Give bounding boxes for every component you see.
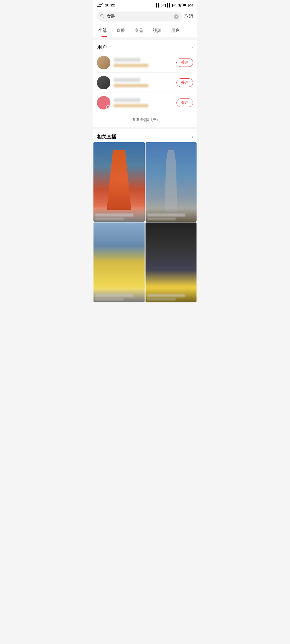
signal2-icon: ▌▌ bbox=[167, 3, 171, 7]
user-name-blur bbox=[114, 78, 140, 82]
hd-badge: HD bbox=[161, 4, 166, 7]
tab-video[interactable]: 视频 bbox=[148, 25, 166, 37]
hd-badge2: HD bbox=[172, 4, 177, 7]
live-badge bbox=[106, 105, 110, 109]
view-all-users[interactable]: 查看全部用户 › bbox=[93, 113, 197, 127]
signal-icon: ▌▌ bbox=[156, 3, 160, 7]
tab-bar: 全部 直播 商品 视频 用户 bbox=[93, 25, 197, 37]
live-more-arrow[interactable]: › bbox=[192, 134, 193, 139]
user-info bbox=[114, 98, 173, 107]
live-section-header: 相关直播 › bbox=[93, 129, 197, 142]
view-all-arrow: › bbox=[157, 118, 158, 122]
search-bar: 女装 ✕ 取消 bbox=[93, 9, 197, 25]
svg-line-1 bbox=[103, 17, 104, 18]
live-card-subtitle bbox=[95, 298, 124, 301]
user-item: 关注 bbox=[97, 73, 193, 93]
cancel-button[interactable]: 取消 bbox=[184, 14, 193, 19]
live-card-info bbox=[93, 289, 145, 302]
user-name-blur bbox=[114, 58, 140, 62]
tab-users[interactable]: 用户 bbox=[166, 25, 184, 37]
follow-button[interactable]: 关注 bbox=[176, 98, 193, 107]
live-card-title bbox=[95, 294, 133, 297]
dress-decoration bbox=[104, 150, 134, 210]
live-card[interactable] bbox=[93, 142, 145, 222]
live-card-title bbox=[147, 294, 186, 297]
follow-button[interactable]: 关注 bbox=[176, 58, 193, 67]
user-item: 关注 bbox=[97, 93, 193, 113]
users-section-header: 用户 › bbox=[93, 40, 197, 53]
users-more-arrow[interactable]: › bbox=[192, 45, 193, 50]
live-grid bbox=[93, 142, 197, 303]
status-icons: ▌▌ HD ▌▌ HD ⌘ 58 bbox=[156, 3, 193, 8]
wifi-icon: ⌘ bbox=[178, 3, 182, 8]
person-decoration bbox=[161, 150, 181, 214]
user-info bbox=[114, 58, 173, 67]
live-section-title: 相关直播 bbox=[97, 134, 116, 140]
clear-button[interactable]: ✕ bbox=[174, 14, 179, 19]
battery-fill bbox=[183, 4, 186, 6]
status-time: 上午10:22 bbox=[97, 3, 115, 8]
avatar bbox=[97, 76, 110, 89]
follow-button[interactable]: 关注 bbox=[176, 78, 193, 87]
live-card[interactable] bbox=[146, 142, 197, 222]
tab-all[interactable]: 全部 bbox=[97, 25, 111, 37]
search-query: 女装 bbox=[107, 14, 172, 19]
search-input-wrapper[interactable]: 女装 ✕ bbox=[97, 12, 182, 21]
user-list: 关注 关注 关注 bbox=[93, 53, 197, 113]
user-name-blur bbox=[114, 98, 140, 102]
avatar bbox=[97, 96, 110, 109]
user-stats-blur bbox=[114, 104, 148, 107]
user-stats-blur bbox=[114, 84, 148, 87]
view-all-label: 查看全部用户 bbox=[132, 117, 156, 122]
live-card-info bbox=[93, 208, 145, 222]
live-card-subtitle bbox=[147, 218, 176, 220]
avatar bbox=[97, 56, 110, 69]
status-bar: 上午10:22 ▌▌ HD ▌▌ HD ⌘ 58 bbox=[93, 0, 197, 9]
user-stats-blur bbox=[114, 64, 148, 67]
live-card-title bbox=[95, 214, 133, 217]
live-section: 相关直播 › bbox=[93, 129, 197, 303]
live-card[interactable] bbox=[146, 222, 197, 302]
tab-live[interactable]: 直播 bbox=[111, 25, 130, 37]
battery-level: 58 bbox=[190, 4, 193, 7]
battery-icon bbox=[183, 4, 189, 7]
live-card-subtitle bbox=[147, 298, 176, 301]
users-section: 用户 › 关注 关注 bbox=[93, 40, 197, 127]
live-card-info bbox=[146, 289, 197, 302]
live-card-title bbox=[147, 214, 186, 217]
live-card[interactable] bbox=[93, 222, 145, 302]
user-info bbox=[114, 78, 173, 87]
search-icon bbox=[100, 14, 104, 19]
live-card-info bbox=[146, 208, 197, 222]
users-section-title: 用户 bbox=[97, 44, 107, 50]
live-card-subtitle bbox=[95, 218, 124, 220]
tab-products[interactable]: 商品 bbox=[130, 25, 148, 37]
user-item: 关注 bbox=[97, 53, 193, 73]
